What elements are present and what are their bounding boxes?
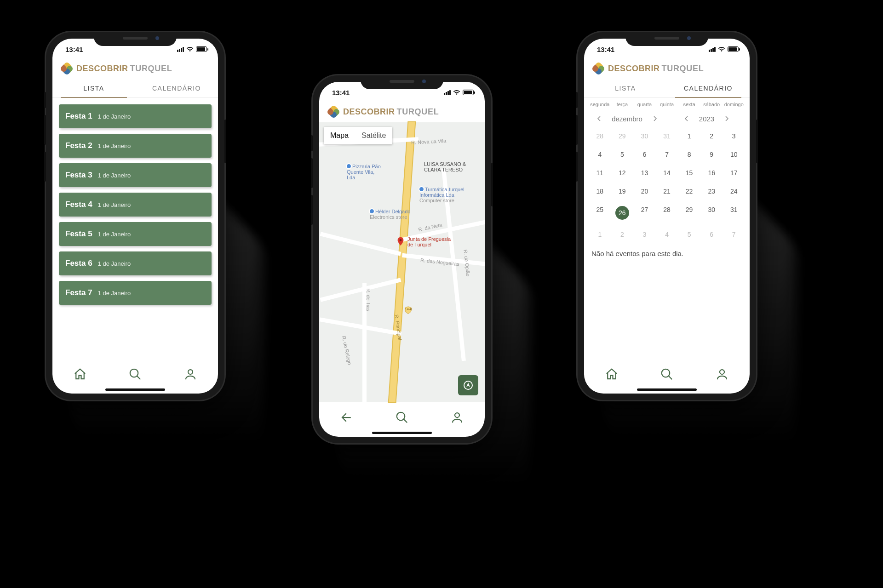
calendar-day[interactable]: 25 [589, 203, 611, 223]
list-item[interactable]: Festa 21 de Janeiro [59, 134, 212, 158]
dow-label: domingo [722, 102, 745, 107]
map-canvas[interactable]: Mapa Satélite Igreja Paroquial de R. Nov… [319, 122, 485, 402]
calendar-day[interactable]: 21 [656, 184, 678, 198]
app-header: DESCOBRIR TURQUEL [52, 60, 218, 79]
nav-back-button[interactable] [339, 410, 355, 425]
calendar-day[interactable]: 31 [656, 129, 678, 143]
home-indicator[interactable] [105, 388, 165, 391]
list-item-title: Festa 6 [65, 259, 92, 268]
tab-lista[interactable]: LISTA [52, 79, 135, 97]
nav-search-button[interactable] [394, 410, 410, 425]
calendar-day[interactable]: 6 [700, 228, 723, 241]
calendar-day[interactable]: 24 [722, 184, 745, 198]
route-number: 14-6 [405, 308, 412, 312]
calendar-day[interactable]: 3 [722, 129, 745, 143]
calendar-day[interactable]: 27 [633, 203, 656, 223]
calendar-day[interactable]: 15 [678, 166, 700, 180]
calendar-day[interactable]: 29 [678, 203, 700, 223]
calendar-day[interactable]: 31 [722, 203, 745, 223]
calendar-day[interactable]: 4 [656, 228, 678, 241]
calendar-day[interactable]: 1 [589, 228, 611, 241]
brand-secondary: TURQUEL [130, 64, 172, 74]
list-item[interactable]: Festa 61 de Janeiro [59, 251, 212, 275]
festa-list[interactable]: Festa 11 de JaneiroFesta 21 de JaneiroFe… [52, 98, 218, 359]
battery-icon [196, 46, 207, 52]
map-type-mapa[interactable]: Mapa [324, 127, 355, 144]
list-item[interactable]: Festa 71 de Janeiro [59, 281, 212, 305]
calendar-day[interactable]: 1 [678, 129, 700, 143]
signal-icon [709, 47, 716, 52]
list-item[interactable]: Festa 41 de Janeiro [59, 193, 212, 217]
calendar-day[interactable]: 30 [633, 129, 656, 143]
next-year-button[interactable] [722, 114, 731, 123]
calendar-day[interactable]: 8 [678, 148, 700, 161]
signal-icon [177, 47, 184, 52]
calendar-day[interactable]: 2 [700, 129, 723, 143]
calendar-day[interactable]: 28 [656, 203, 678, 223]
calendar-day[interactable]: 30 [700, 203, 723, 223]
nav-search-button[interactable] [659, 366, 675, 382]
tab-calendario[interactable]: CALENDÁRIO [135, 79, 218, 97]
nav-profile-button[interactable] [714, 366, 730, 382]
brand-primary: DESCOBRIR [608, 64, 660, 74]
poi-icon [370, 209, 374, 213]
calendar-day[interactable]: 5 [678, 228, 700, 241]
prev-year-button[interactable] [682, 114, 691, 123]
tab-calendario[interactable]: CALENDÁRIO [667, 79, 750, 97]
calendar-day[interactable]: 5 [611, 148, 634, 161]
calendar-dow-row: segundaterçaquartaquintasextasábadodomin… [589, 98, 745, 110]
nav-profile-button[interactable] [183, 366, 198, 382]
svg-point-2 [400, 239, 402, 241]
calendar-day[interactable]: 10 [722, 148, 745, 161]
map-type-toggle[interactable]: Mapa Satélite [324, 127, 392, 144]
calendar-day[interactable]: 17 [722, 166, 745, 180]
svg-point-0 [130, 369, 138, 377]
calendar-day[interactable]: 6 [633, 148, 656, 161]
calendar-day[interactable]: 13 [633, 166, 656, 180]
calendar-day[interactable]: 7 [656, 148, 678, 161]
calendar-day[interactable]: 20 [633, 184, 656, 198]
nav-search-button[interactable] [127, 366, 143, 382]
wifi-icon [453, 90, 460, 95]
map-label: Turmática-turquel Informática LdaCompute… [419, 187, 470, 203]
calendar-day[interactable]: 9 [700, 148, 723, 161]
home-indicator[interactable] [372, 432, 432, 434]
calendar-day[interactable]: 18 [589, 184, 611, 198]
calendar-day[interactable]: 22 [678, 184, 700, 198]
calendar-day[interactable]: 26 [611, 203, 634, 223]
list-item[interactable]: Festa 51 de Janeiro [59, 222, 212, 246]
calendar-day[interactable]: 28 [589, 129, 611, 143]
calendar-day[interactable]: 23 [700, 184, 723, 198]
calendar-day[interactable]: 4 [589, 148, 611, 161]
list-item[interactable]: Festa 31 de Janeiro [59, 163, 212, 187]
list-item-date: 1 de Janeiro [98, 231, 131, 238]
map-type-satelite[interactable]: Satélite [355, 127, 392, 144]
calendar-day[interactable]: 14 [656, 166, 678, 180]
tab-lista[interactable]: LISTA [584, 79, 667, 97]
nav-home-button[interactable] [604, 366, 619, 382]
home-indicator[interactable] [637, 388, 697, 391]
calendar-day[interactable]: 16 [700, 166, 723, 180]
calendar-day[interactable]: 29 [611, 129, 634, 143]
dow-label: quinta [656, 102, 678, 107]
nav-home-button[interactable] [72, 366, 88, 382]
prev-month-button[interactable] [595, 114, 603, 123]
list-item[interactable]: Festa 11 de Janeiro [59, 104, 212, 128]
list-item-date: 1 de Janeiro [98, 172, 131, 179]
next-month-button[interactable] [651, 114, 659, 123]
dow-label: terça [611, 102, 634, 107]
poi-icon [347, 164, 351, 168]
wifi-icon [186, 46, 194, 52]
locate-button[interactable] [458, 375, 478, 395]
map-label: Hélder DelgadoElectronics store [370, 209, 411, 220]
calendar-grid[interactable]: 2829303112345678910111213141516171819202… [589, 129, 745, 241]
calendar-day[interactable]: 3 [633, 228, 656, 241]
calendar-day[interactable]: 11 [589, 166, 611, 180]
calendar-day[interactable]: 12 [611, 166, 634, 180]
calendar-day[interactable]: 19 [611, 184, 634, 198]
calendar-day[interactable]: 7 [722, 228, 745, 241]
svg-point-6 [662, 369, 670, 377]
map-pin-icon[interactable] [396, 236, 406, 246]
calendar-day[interactable]: 2 [611, 228, 634, 241]
nav-profile-button[interactable] [449, 410, 465, 425]
